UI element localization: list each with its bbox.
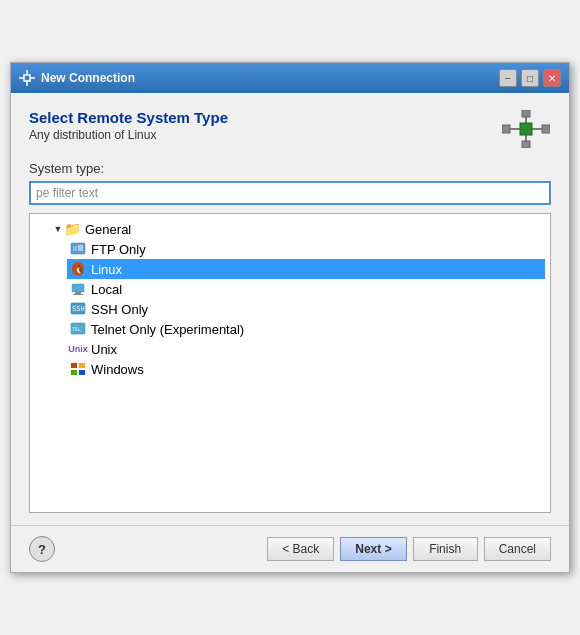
svg-rect-13 [522, 141, 530, 148]
title-bar: New Connection − □ ✕ [11, 63, 569, 93]
tree-label-local: Local [91, 282, 122, 297]
tree-label-linux: Linux [91, 262, 122, 277]
system-type-label: System type: [29, 161, 551, 176]
dialog-title: Select Remote System Type [29, 109, 228, 126]
svg-rect-5 [520, 123, 532, 135]
svg-rect-15 [73, 246, 77, 251]
title-controls: − □ ✕ [499, 69, 561, 87]
telnet-icon: TEL [69, 320, 87, 338]
svg-rect-10 [502, 125, 510, 133]
close-button[interactable]: ✕ [543, 69, 561, 87]
tree-item-ftp[interactable]: FTP Only [67, 239, 545, 259]
ssh-icon: SSH [69, 300, 87, 318]
next-button[interactable]: Next > [340, 537, 406, 561]
network-diagram-icon [502, 110, 550, 148]
finish-button[interactable]: Finish [413, 537, 478, 561]
tree-label-ftp: FTP Only [91, 242, 146, 257]
tree-item-telnet[interactable]: TEL Telnet Only (Experimental) [67, 319, 545, 339]
svg-rect-11 [542, 125, 550, 133]
tree-item-windows[interactable]: Windows [67, 359, 545, 379]
local-icon [69, 280, 87, 298]
tree-container: ▼ 📁 General FTP Only 🐧 [29, 213, 551, 513]
svg-rect-23 [73, 294, 83, 295]
windows-icon [69, 360, 87, 378]
svg-rect-30 [71, 370, 77, 375]
svg-text:TEL: TEL [72, 326, 81, 332]
dialog-subtitle: Any distribution of Linux [29, 128, 228, 142]
tree-label-ssh: SSH Only [91, 302, 148, 317]
title-bar-left: New Connection [19, 70, 135, 86]
dialog-content: Select Remote System Type Any distributi… [11, 93, 569, 525]
back-button[interactable]: < Back [267, 537, 334, 561]
tree-label-unix: Unix [91, 342, 117, 357]
cancel-button[interactable]: Cancel [484, 537, 551, 561]
header-text: Select Remote System Type Any distributi… [29, 109, 228, 142]
svg-rect-0 [24, 75, 30, 81]
folder-icon: 📁 [63, 220, 81, 238]
svg-rect-12 [522, 110, 530, 117]
ftp-icon [69, 240, 87, 258]
unix-icon: Unix [69, 340, 87, 358]
tree-item-unix[interactable]: Unix Unix [67, 339, 545, 359]
tree-label-telnet: Telnet Only (Experimental) [91, 322, 244, 337]
tree-item-ssh[interactable]: SSH SSH Only [67, 299, 545, 319]
filter-input[interactable] [29, 181, 551, 205]
tree-item-linux[interactable]: 🐧 Linux [67, 259, 545, 279]
svg-rect-22 [75, 292, 81, 294]
help-button[interactable]: ? [29, 536, 55, 562]
minimize-button[interactable]: − [499, 69, 517, 87]
window-title: New Connection [41, 71, 135, 85]
tree-label-general: General [85, 222, 131, 237]
nav-buttons: < Back Next > Finish Cancel [267, 537, 551, 561]
svg-text:SSH: SSH [72, 305, 85, 313]
svg-rect-29 [79, 363, 85, 368]
svg-text:🐧: 🐧 [74, 264, 84, 274]
svg-rect-21 [72, 284, 84, 292]
svg-rect-31 [79, 370, 85, 375]
tree-label-windows: Windows [91, 362, 144, 377]
linux-icon: 🐧 [69, 260, 87, 278]
tree-item-general[interactable]: ▼ 📁 General [51, 219, 545, 239]
maximize-button[interactable]: □ [521, 69, 539, 87]
title-icon [19, 70, 35, 86]
header-section: Select Remote System Type Any distributi… [29, 109, 551, 149]
svg-rect-28 [71, 363, 77, 368]
expand-icon: ▼ [53, 224, 63, 234]
network-icon [501, 109, 551, 149]
tree-item-local[interactable]: Local [67, 279, 545, 299]
dialog-footer: ? < Back Next > Finish Cancel [11, 525, 569, 572]
main-window: New Connection − □ ✕ Select Remote Syste… [10, 62, 570, 573]
